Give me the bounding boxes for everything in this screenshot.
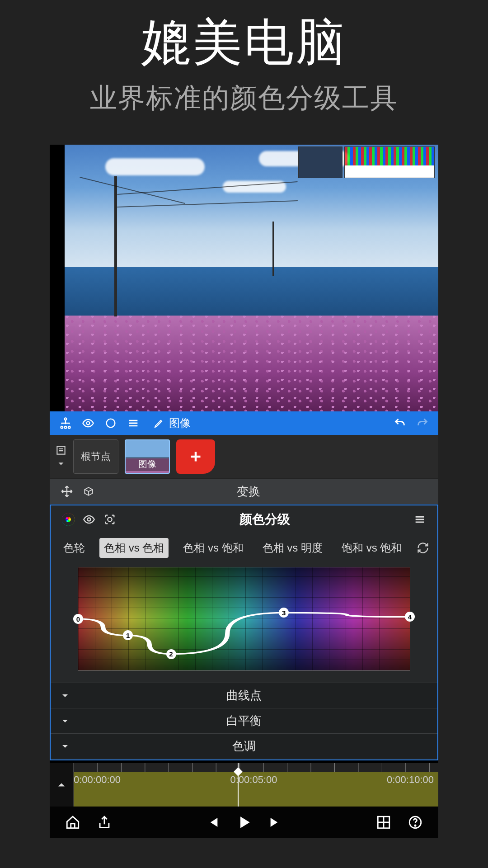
chevron-down-icon <box>60 741 78 752</box>
prev-frame-icon[interactable] <box>198 815 226 830</box>
home-icon[interactable] <box>59 815 87 830</box>
node-tree-icon[interactable] <box>54 411 77 435</box>
layout-icon[interactable] <box>370 815 398 830</box>
curve-point[interactable]: 4 <box>405 612 415 622</box>
add-node-button[interactable] <box>176 439 215 474</box>
section-label: 白平衡 <box>78 713 410 729</box>
app-frame: 图像 根节点 图像 变换 <box>50 145 438 838</box>
playhead[interactable] <box>238 763 239 807</box>
root-node-label: 根节点 <box>81 450 111 463</box>
image-node-tile[interactable]: 图像 <box>125 439 170 474</box>
timeline-collapse-icon[interactable] <box>50 763 73 807</box>
timeline-track[interactable]: 0:00:00:00 0:00:05:00 0:00:10:00 <box>73 763 438 807</box>
edit-node-label: 图像 <box>169 416 191 430</box>
svg-point-3 <box>68 426 70 429</box>
svg-point-8 <box>108 517 112 521</box>
svg-point-5 <box>107 419 115 428</box>
curve-point[interactable]: 1 <box>123 630 133 640</box>
section-label: 色调 <box>78 738 410 754</box>
image-node-label: 图像 <box>126 457 169 471</box>
timeline[interactable]: 0:00:00:00 0:00:05:00 0:00:10:00 <box>50 763 438 807</box>
chevron-down-icon[interactable] <box>56 459 66 469</box>
svg-point-1 <box>61 426 63 429</box>
svg-point-4 <box>87 422 90 425</box>
color-grading-panel: 颜色分级 色轮色相 vs 色相色相 vs 饱和色相 vs 明度饱和 vs 饱和 … <box>50 505 438 760</box>
curve-point[interactable]: 2 <box>166 649 176 659</box>
outline-icon[interactable] <box>55 444 67 456</box>
color-wheel-icon[interactable] <box>58 513 79 526</box>
transform-label: 变换 <box>99 484 398 500</box>
svg-point-2 <box>65 426 67 429</box>
chevron-down-icon <box>60 690 78 701</box>
time-label: 0:00:10:00 <box>387 774 434 786</box>
help-icon[interactable] <box>401 815 429 830</box>
panel-title: 颜色分级 <box>120 511 409 528</box>
share-icon[interactable] <box>90 815 118 830</box>
node-strip: 根节点 图像 <box>50 435 438 478</box>
histogram-scope[interactable] <box>344 146 435 178</box>
hue-curve-editor[interactable]: 01234 <box>78 567 410 671</box>
svg-point-0 <box>65 418 67 420</box>
next-frame-icon[interactable] <box>262 815 290 830</box>
panel-section[interactable]: 白平衡 <box>51 708 437 733</box>
curve-mode-tabs: 色轮色相 vs 色相色相 vs 饱和色相 vs 明度饱和 vs 饱和 <box>51 533 437 562</box>
panel-menu-icon[interactable] <box>409 513 430 526</box>
section-label: 曲线点 <box>78 688 410 703</box>
editor-toolbar: 图像 <box>50 411 438 435</box>
curve-mode-tab[interactable]: 色轮 <box>59 538 89 558</box>
curve-mode-tab[interactable]: 饱和 vs 饱和 <box>337 538 406 558</box>
panel-visibility-icon[interactable] <box>79 513 99 526</box>
chevron-down-icon <box>60 716 78 726</box>
undo-icon[interactable] <box>389 411 411 435</box>
transform-bar[interactable]: 变换 <box>50 478 438 505</box>
promo-subhead: 业界标准的颜色分级工具 <box>0 80 488 117</box>
panel-section[interactable]: 曲线点 <box>51 683 437 708</box>
time-label: 0:00:00:00 <box>74 774 121 786</box>
preview-thumbnail-pip[interactable] <box>298 146 343 178</box>
visibility-icon[interactable] <box>77 411 99 435</box>
curve-mode-tab[interactable]: 色相 vs 色相 <box>99 538 169 558</box>
root-node-tile[interactable]: 根节点 <box>73 439 118 474</box>
promo-headline: 媲美电脑 <box>0 0 488 76</box>
selection-target-icon[interactable] <box>99 513 120 526</box>
curve-mode-tab[interactable]: 色相 vs 饱和 <box>178 538 248 558</box>
curve-point[interactable]: 3 <box>279 608 289 618</box>
edit-node-button[interactable]: 图像 <box>154 416 191 430</box>
move-icon[interactable] <box>56 485 78 498</box>
video-preview[interactable] <box>50 145 438 411</box>
svg-point-7 <box>88 518 91 521</box>
menu-icon[interactable] <box>122 411 145 435</box>
curve-point[interactable]: 0 <box>73 614 83 624</box>
curve-mode-tab[interactable]: 色相 vs 明度 <box>258 538 327 558</box>
play-icon[interactable] <box>230 814 258 831</box>
redo-icon <box>411 411 434 435</box>
preview-image <box>65 145 438 411</box>
reset-curve-icon[interactable] <box>417 542 429 554</box>
transport-bar <box>50 807 438 838</box>
cube-icon[interactable] <box>78 486 99 497</box>
mask-icon[interactable] <box>99 411 122 435</box>
panel-section[interactable]: 色调 <box>51 733 437 759</box>
svg-point-11 <box>415 825 416 826</box>
